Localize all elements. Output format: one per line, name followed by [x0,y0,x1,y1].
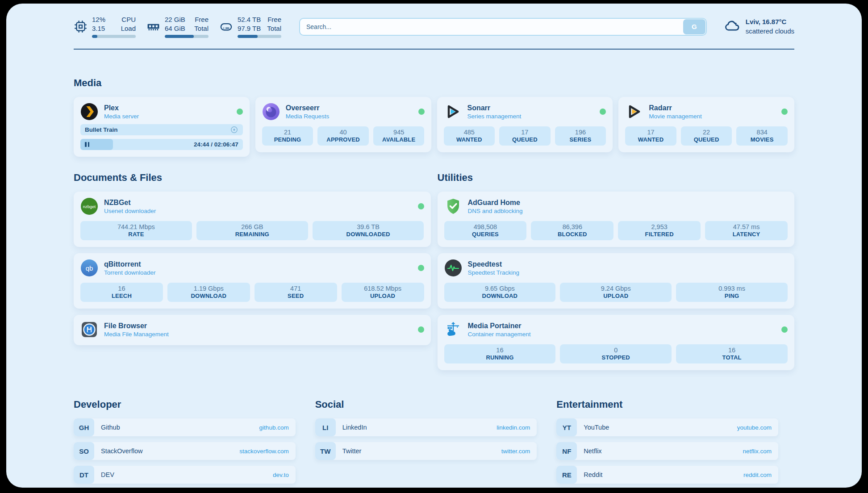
weather-condition: scattered clouds [746,27,794,36]
disc-icon[interactable] [230,125,238,134]
section-title-developer: Developer [74,399,296,410]
ram-label-1: Free [194,15,209,24]
disk-stat: 52.4 TB 97.9 TB Free Total [219,15,281,38]
filebrowser-icon [80,321,98,338]
service-card-radarr[interactable]: Radarr Movie management 17 WANTED 22 QUE… [618,97,794,152]
service-card-qbittorrent[interactable]: qb qBittorrent Torrent downloader 16 LEE… [74,253,431,309]
weather-widget: Lviv, 16.87°C scattered clouds [724,17,794,36]
disk-free: 52.4 TB [238,15,261,24]
stat-tile: 47.57 ms LATENCY [705,221,788,240]
stat-tile: 498,508 QUERIES [444,221,527,240]
service-subtitle: Media server [104,113,139,120]
bookmark-badge: LI [315,418,336,436]
ram-total: 64 GiB [165,24,185,33]
bookmark-badge: YT [556,418,577,436]
bookmark-dev[interactable]: DT DEV dev.to [74,466,296,484]
service-title: NZBGet [104,199,156,207]
stat-tile: 1.19 Gbps DOWNLOAD [167,283,250,302]
service-subtitle: Series management [467,113,522,120]
bookmark-stackoverflow[interactable]: SO StackOverflow stackoverflow.com [74,442,296,460]
cpu-progress [92,35,136,38]
status-dot [781,109,788,115]
radarr-icon [625,103,643,121]
service-card-filebrowser[interactable]: File Browser Media File Management [74,315,431,345]
cpu-percent: 12% [92,15,105,24]
bookmark-badge: SO [74,442,94,460]
stat-tile: 744.21 Mbps RATE [80,221,192,240]
stat-tile: 266 GB REMAINING [196,221,308,240]
stat-tile: 39.6 TB DOWNLOADED [313,221,424,240]
stat-tile: 471 SEED [255,283,337,302]
service-subtitle: Media Requests [286,113,330,120]
status-dot [781,326,788,333]
service-title: Sonarr [467,104,522,112]
service-title: qBittorrent [104,260,156,268]
stat-tile: 834 MOVIES [736,126,788,146]
search-bar: G [299,18,707,36]
section-title-social: Social [315,399,537,410]
bookmark-badge: NF [556,442,577,460]
cpu-label-2: Load [121,24,136,33]
status-dot [418,109,425,115]
now-playing-row: Bullet Train [80,124,243,135]
bookmark-youtube[interactable]: YT YouTube youtube.com [556,418,778,436]
service-subtitle: DNS and adblocking [468,208,523,214]
search-input[interactable] [299,18,707,36]
ram-label-2: Total [194,24,209,33]
cpu-load: 3.15 [92,24,105,33]
bookmark-twitter[interactable]: TW Twitter twitter.com [315,442,537,460]
service-card-nzbget[interactable]: nzbget NZBGet Usenet downloader 744.21 M… [74,192,431,247]
cpu-stat: 12% 3.15 CPU Load [74,15,136,38]
ram-progress [165,35,209,38]
playback-progress-row[interactable]: 24:44 / 02:06:47 [80,139,243,150]
service-subtitle: Torrent downloader [104,269,156,276]
stat-tile: 16 RUNNING [444,344,556,363]
qbittorrent-icon: qb [80,259,98,277]
stat-tile: 2,953 FILTERED [618,221,701,240]
ram-icon [146,20,160,33]
service-card-overseerr[interactable]: Overseerr Media Requests 21 PENDING 40 A… [255,97,431,152]
plex-icon [80,103,98,121]
disk-icon [219,20,233,33]
bookmark-github[interactable]: GH Github github.com [74,418,296,436]
section-title-documents: Documents & Files [74,172,431,184]
header-divider [74,49,794,50]
section-title-media: Media [74,77,794,89]
status-dot [418,203,424,209]
bookmark-linkedin[interactable]: LI LinkedIn linkedin.com [315,418,537,436]
stat-tile: 16 LEECH [80,283,163,302]
bookmark-reddit[interactable]: RE Reddit reddit.com [556,466,778,484]
section-title-utilities: Utilities [438,172,795,184]
service-card-portainer[interactable]: Media Portainer Container management 16 … [438,315,795,370]
service-title: AdGuard Home [468,199,523,207]
stat-tile: 945 AVAILABLE [373,126,425,146]
adguard-icon [444,197,462,215]
bookmark-badge: DT [74,466,94,484]
service-card-sonarr[interactable]: Sonarr Series management 485 WANTED 17 Q… [437,97,613,152]
now-playing-title: Bullet Train [85,126,118,133]
bookmark-badge: RE [556,466,577,484]
svg-text:qb: qb [86,264,93,272]
status-dot [600,109,606,115]
stat-tile: 196 SERIES [555,126,606,146]
service-title: Media Portainer [468,322,531,330]
search-engine-button[interactable]: G [683,19,705,34]
stat-tile: 17 QUEUED [499,126,551,146]
bookmark-badge: GH [74,418,94,436]
status-dot [418,326,424,333]
status-dot [237,109,243,115]
bookmark-netflix[interactable]: NF Netflix netflix.com [556,442,778,460]
svg-text:nzbget: nzbget [83,204,96,209]
service-subtitle: Movie management [649,113,702,120]
pause-icon[interactable] [85,142,89,147]
service-subtitle: Container management [468,331,531,338]
service-title: Overseerr [286,104,330,112]
service-card-speedtest[interactable]: Speedtest Speedtest Tracking 9.65 Gbps D… [438,253,795,309]
stat-tile: 618.52 Mbps UPLOAD [342,283,424,302]
service-subtitle: Usenet downloader [104,208,156,214]
service-card-adguard[interactable]: AdGuard Home DNS and adblocking 498,508 … [438,192,795,247]
service-title: Radarr [649,104,702,112]
stat-tile: 17 WANTED [625,126,676,146]
cpu-label-1: CPU [121,15,136,24]
service-card-plex[interactable]: Plex Media server Bullet Train [74,97,250,157]
